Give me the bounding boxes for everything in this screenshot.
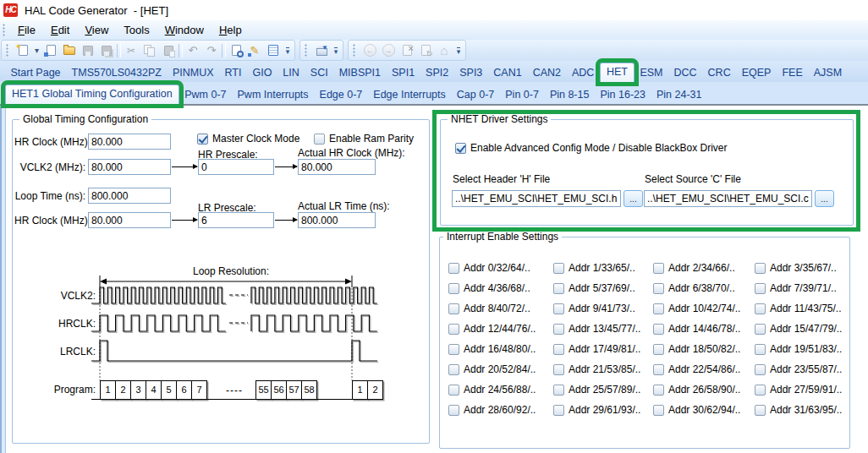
interrupt-address-checkbox[interactable]: Addr 17/49/81/.. xyxy=(553,339,653,359)
peripheral-tab[interactable]: CAN1 xyxy=(488,64,527,82)
peripheral-tab[interactable]: MIBSPI1 xyxy=(333,64,386,82)
undo-icon[interactable] xyxy=(184,42,202,59)
menu-item[interactable]: Window xyxy=(157,21,212,39)
het-sub-tab[interactable]: Pin 24-31 xyxy=(651,86,707,104)
save-all-icon[interactable] xyxy=(97,42,116,59)
interrupt-address-checkbox[interactable]: Addr 20/52/84/.. xyxy=(448,359,553,379)
interrupt-address-checkbox[interactable]: Addr 2/34/66/.. xyxy=(653,258,755,278)
het-sub-tab[interactable]: Edge Interrupts xyxy=(368,86,451,104)
generate-code-icon[interactable] xyxy=(312,42,331,59)
open-icon[interactable] xyxy=(60,42,79,59)
het-sub-tab[interactable]: HET1 Global Timing Configuration xyxy=(5,85,179,104)
menu-item[interactable]: Edit xyxy=(43,21,77,39)
interrupt-address-checkbox[interactable]: Addr 5/37/69/.. xyxy=(553,278,653,298)
het-sub-tab[interactable]: Pwm 0-7 xyxy=(179,86,232,104)
interrupt-address-checkbox[interactable]: Addr 27/59/91/.. xyxy=(755,379,844,400)
new-project-icon[interactable] xyxy=(14,42,32,59)
interrupt-address-checkbox[interactable]: Addr 22/54/86/.. xyxy=(653,359,755,379)
hr-prescale-input[interactable] xyxy=(198,159,274,175)
interrupt-address-checkbox[interactable]: Addr 3/35/67/.. xyxy=(755,258,844,278)
peripheral-tab[interactable]: CAN2 xyxy=(527,64,566,82)
interrupt-address-checkbox[interactable]: Addr 29/61/93/.. xyxy=(553,400,653,420)
interrupt-address-checkbox[interactable]: Addr 19/51/83/.. xyxy=(755,339,844,359)
peripheral-tab[interactable]: HET xyxy=(600,63,635,82)
het-sub-tab[interactable]: Pin 0-7 xyxy=(500,86,545,104)
peripheral-tab[interactable]: LIN xyxy=(277,64,305,82)
master-clock-mode-checkbox[interactable]: Master Clock Mode xyxy=(197,133,299,145)
header-file-input[interactable] xyxy=(452,190,621,207)
dropdown-arrow-icon[interactable] xyxy=(32,42,41,59)
peripheral-tab[interactable]: GIO xyxy=(247,64,277,82)
vclk2-input[interactable] xyxy=(88,159,171,175)
peripheral-tab[interactable]: EQEP xyxy=(736,64,777,82)
interrupt-address-checkbox[interactable]: Addr 14/46/78/.. xyxy=(653,319,755,339)
interrupt-address-checkbox[interactable]: Addr 10/42/74/.. xyxy=(653,298,755,319)
het-sub-tab[interactable]: Pin 16-23 xyxy=(595,86,651,104)
peripheral-tab[interactable]: SPI2 xyxy=(420,64,454,82)
peripheral-tab[interactable]: DCC xyxy=(668,64,702,82)
het-sub-tab[interactable]: Pin 8-15 xyxy=(544,86,595,104)
interrupt-address-checkbox[interactable]: Addr 15/47/79/.. xyxy=(755,319,844,339)
stop-icon[interactable] xyxy=(398,42,416,59)
save-icon[interactable] xyxy=(79,42,97,59)
copy-icon[interactable] xyxy=(140,42,159,59)
interrupt-address-checkbox[interactable]: Addr 23/55/87/.. xyxy=(755,359,844,379)
het-sub-tab[interactable]: Edge 0-7 xyxy=(314,86,368,104)
menu-item[interactable]: File xyxy=(10,21,43,39)
report-icon[interactable] xyxy=(264,42,283,59)
interrupt-address-checkbox[interactable]: Addr 9/41/73/.. xyxy=(553,298,653,319)
add-item-icon[interactable] xyxy=(41,42,60,59)
preview-icon[interactable] xyxy=(227,42,245,59)
peripheral-tab[interactable]: ESM xyxy=(635,64,668,82)
het-sub-tab[interactable]: Pwm Interrupts xyxy=(232,86,314,104)
source-file-browse-button[interactable]: ... xyxy=(815,190,834,207)
source-file-input[interactable] xyxy=(644,190,812,207)
peripheral-tab[interactable]: FEE xyxy=(777,64,808,82)
interrupt-address-checkbox[interactable]: Addr 30/62/94/.. xyxy=(653,400,755,420)
interrupt-address-checkbox[interactable]: Addr 13/45/77/.. xyxy=(553,319,653,339)
interrupt-address-checkbox[interactable]: Addr 24/56/88/.. xyxy=(448,379,553,400)
overflow-chevron-icon[interactable] xyxy=(453,42,464,59)
peripheral-tab[interactable]: RTI xyxy=(219,64,247,82)
peripheral-tab[interactable]: SPI3 xyxy=(454,64,488,82)
redo-icon[interactable] xyxy=(202,42,221,59)
hr-clock-input[interactable] xyxy=(88,134,171,150)
peripheral-tab[interactable]: ADC xyxy=(567,64,600,82)
loop-time-input[interactable] xyxy=(88,188,171,204)
peripheral-tab[interactable]: SPI1 xyxy=(386,64,420,82)
interrupt-address-checkbox[interactable]: Addr 4/36/68/.. xyxy=(448,278,553,298)
interrupt-address-checkbox[interactable]: Addr 31/63/95/.. xyxy=(755,400,844,420)
peripheral-tab[interactable]: AJSM xyxy=(808,64,847,82)
interrupt-address-checkbox[interactable]: Addr 1/33/65/.. xyxy=(553,258,653,278)
edit-code-icon[interactable] xyxy=(245,42,264,59)
interrupt-address-checkbox[interactable]: Addr 28/60/92/.. xyxy=(448,400,553,420)
peripheral-tab[interactable]: CRC xyxy=(702,64,736,82)
interrupt-address-checkbox[interactable]: Addr 11/43/75/.. xyxy=(755,298,844,319)
actual-hr-clock-input[interactable] xyxy=(298,159,376,175)
interrupt-address-checkbox[interactable]: Addr 25/57/89/.. xyxy=(553,379,653,400)
interrupt-address-checkbox[interactable]: Addr 8/40/72/.. xyxy=(448,298,553,319)
peripheral-tab[interactable]: SCI xyxy=(305,64,333,82)
actual-lr-time-input[interactable] xyxy=(298,212,376,228)
menu-item[interactable]: View xyxy=(77,21,116,39)
peripheral-tab[interactable]: TMS570LS0432PZ xyxy=(66,64,167,82)
overflow-chevron-icon[interactable] xyxy=(331,42,341,59)
refresh-icon[interactable] xyxy=(416,42,435,59)
peripheral-tab[interactable]: Start Page xyxy=(5,64,66,82)
lr-prescale-input[interactable] xyxy=(198,212,274,228)
forward-icon[interactable] xyxy=(379,42,398,59)
interrupt-address-checkbox[interactable]: Addr 21/53/85/.. xyxy=(553,359,653,379)
hr-clock2-input[interactable] xyxy=(88,212,171,228)
overflow-chevron-icon[interactable] xyxy=(283,42,293,59)
back-icon[interactable] xyxy=(360,42,379,59)
interrupt-address-checkbox[interactable]: Addr 12/44/76/.. xyxy=(448,319,553,339)
cut-icon[interactable] xyxy=(122,42,140,59)
peripheral-tab[interactable]: PINMUX xyxy=(167,64,219,82)
interrupt-address-checkbox[interactable]: Addr 18/50/82/.. xyxy=(653,339,755,359)
menu-item[interactable]: Tools xyxy=(116,21,157,39)
interrupt-address-checkbox[interactable]: Addr 7/39/71/.. xyxy=(755,278,844,298)
home-icon[interactable] xyxy=(435,42,453,59)
header-file-browse-button[interactable]: ... xyxy=(624,190,643,207)
interrupt-address-checkbox[interactable]: Addr 16/48/80/.. xyxy=(448,339,553,359)
interrupt-address-checkbox[interactable]: Addr 26/58/90/.. xyxy=(653,379,755,400)
